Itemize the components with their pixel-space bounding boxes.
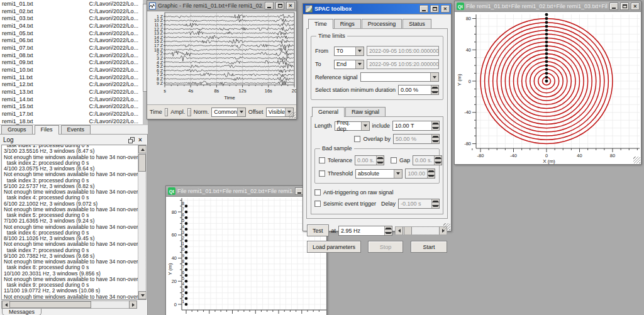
spin-down-icon[interactable] bbox=[432, 126, 439, 130]
spin-up-icon[interactable] bbox=[385, 226, 392, 231]
float-panel-icon[interactable] bbox=[128, 137, 135, 143]
close-button[interactable]: × bbox=[631, 3, 640, 10]
spin-down-icon[interactable] bbox=[432, 139, 439, 143]
resize-grip[interactable] bbox=[443, 223, 450, 230]
time-options-button[interactable] bbox=[165, 108, 169, 116]
tab-groups[interactable]: Groups bbox=[1, 125, 33, 134]
tolerance-spinbox[interactable]: 0.00 s. bbox=[355, 155, 384, 165]
minimize-button[interactable] bbox=[265, 2, 274, 9]
file-row[interactable]: remi1_13.txtC:/Lavori/2022/Lo... bbox=[0, 88, 143, 96]
file-row[interactable]: remi1_18.txtC:/Lavori/2022/Lo... bbox=[0, 118, 143, 125]
time-button[interactable]: Time bbox=[150, 109, 162, 115]
file-row[interactable]: remi1_17.txtC:/Lavori/2022/Lo... bbox=[0, 110, 143, 118]
spin-down-icon[interactable] bbox=[435, 160, 441, 165]
threshold-mode-select[interactable]: absolute bbox=[355, 169, 402, 179]
chevron-down-icon[interactable] bbox=[361, 122, 369, 130]
min-duration-spinbox[interactable]: 0.00 % bbox=[398, 85, 439, 95]
close-button[interactable]: × bbox=[441, 5, 450, 13]
threshold-value-spinbox[interactable]: 100.00 bbox=[405, 169, 435, 179]
overlap-spinbox[interactable]: 50.00 % bbox=[393, 134, 440, 144]
from-select[interactable]: T0 bbox=[334, 47, 364, 56]
load-parameters-button[interactable]: Load parameters bbox=[307, 241, 361, 253]
overlap-checkbox[interactable] bbox=[354, 136, 360, 142]
spin-down-icon[interactable] bbox=[377, 160, 384, 165]
maximize-button[interactable] bbox=[620, 3, 629, 10]
scroll-down-button[interactable] bbox=[138, 291, 147, 299]
slider-thumb[interactable] bbox=[404, 227, 412, 235]
file-list[interactable]: remi1_01.txtC:/Lavori/2022/Lo...remi1_02… bbox=[0, 0, 143, 125]
test-frequency-spinbox[interactable]: 2.95 Hz bbox=[338, 226, 392, 236]
file-row[interactable]: remi1_02.txtC:/Lavori/2022/Lo... bbox=[0, 8, 143, 15]
rings-plot[interactable]: 80400-40-80-80-4004080X (m)Y (m) bbox=[455, 12, 641, 164]
maximize-button[interactable] bbox=[430, 5, 439, 13]
chevron-down-icon[interactable] bbox=[430, 73, 438, 81]
file-row[interactable]: remi1_06.txtC:/Lavori/2022/Lo... bbox=[0, 36, 143, 44]
tab-time[interactable]: Time bbox=[308, 19, 333, 29]
file-row[interactable]: remi1_12.txtC:/Lavori/2022/Lo... bbox=[0, 81, 143, 89]
log-output[interactable]: task index 1: processed during 0 s3/100 … bbox=[1, 145, 147, 300]
gap-checkbox[interactable] bbox=[391, 157, 397, 163]
scroll-right-button[interactable] bbox=[129, 301, 137, 309]
resize-grip[interactable] bbox=[633, 157, 640, 163]
anti-triggering-checkbox[interactable] bbox=[314, 189, 321, 196]
file-row[interactable]: remi1_15.txtC:/Lavori/2022/Lo... bbox=[0, 103, 143, 111]
file-row[interactable]: remi1_11.txtC:/Lavori/2022/Lo... bbox=[0, 74, 143, 81]
scrollbar-thumb[interactable] bbox=[138, 154, 146, 172]
chevron-down-icon[interactable] bbox=[394, 170, 402, 178]
spin-up-icon[interactable] bbox=[377, 156, 384, 160]
seismic-traces-plot[interactable]: 1 Z10 Z11 Z12 Z13 Z14 Z15 Z17 Z18 Z2 Z3 … bbox=[147, 11, 296, 104]
norm-select[interactable]: Common bbox=[211, 108, 246, 117]
tab-processing[interactable]: Processing bbox=[362, 19, 402, 28]
file-row[interactable]: remi1_03.txtC:/Lavori/2022/Lo... bbox=[0, 14, 143, 22]
spin-down-icon[interactable] bbox=[428, 174, 435, 178]
file-row[interactable]: remi1_08.txtC:/Lavori/2022/Lo... bbox=[0, 52, 143, 59]
file-row[interactable]: remi1_14.txtC:/Lavori/2022/Lo... bbox=[0, 96, 143, 103]
maximize-button[interactable] bbox=[275, 2, 284, 9]
spac-titlebar[interactable]: SPAC toolbox × bbox=[303, 4, 451, 14]
close-button[interactable]: × bbox=[286, 2, 295, 9]
chevron-down-icon[interactable] bbox=[355, 47, 364, 55]
file-row[interactable]: remi1_07.txtC:/Lavori/2022/Lo... bbox=[0, 44, 143, 52]
stop-button[interactable]: Stop bbox=[368, 241, 403, 253]
tolerance-checkbox[interactable] bbox=[319, 157, 325, 163]
scroll-up-button[interactable] bbox=[138, 145, 147, 153]
reference-signal-select[interactable] bbox=[360, 72, 439, 82]
start-button[interactable]: Start bbox=[411, 241, 447, 253]
graphic-titlebar[interactable]: Graphic - File remi1_01.txt+File remi1_0… bbox=[147, 1, 296, 11]
chevron-down-icon[interactable] bbox=[355, 60, 364, 69]
tab-raw-signal[interactable]: Raw signal bbox=[345, 107, 386, 116]
spin-up-icon[interactable] bbox=[435, 156, 441, 160]
tab-events[interactable]: Events bbox=[61, 125, 91, 134]
delay-spinbox[interactable]: -0.100 s bbox=[398, 199, 440, 209]
include-spinbox[interactable]: 10.00 T bbox=[392, 121, 440, 131]
test-button[interactable]: Test bbox=[307, 224, 329, 236]
gap-spinbox[interactable]: 0.00 s. bbox=[413, 155, 442, 165]
spin-up-icon[interactable] bbox=[432, 121, 439, 126]
seismic-event-trigger-checkbox[interactable] bbox=[314, 201, 321, 207]
rings-titlebar[interactable]: Qt File remi1_01.txt+File remi1_02.txt+F… bbox=[455, 1, 641, 12]
close-panel-icon[interactable]: × bbox=[138, 137, 145, 143]
tab-files[interactable]: Files bbox=[35, 125, 59, 135]
to-select[interactable]: End bbox=[334, 60, 364, 69]
spin-up-icon[interactable] bbox=[431, 86, 438, 90]
spin-up-icon[interactable] bbox=[432, 135, 439, 139]
file-row[interactable]: remi1_10.txtC:/Lavori/2022/Lo... bbox=[0, 66, 143, 74]
spin-down-icon[interactable] bbox=[385, 231, 392, 235]
tab-messages[interactable]: Messages bbox=[2, 309, 42, 315]
file-row[interactable]: remi1_05.txtC:/Lavori/2022/Lo... bbox=[0, 30, 143, 37]
spin-up-icon[interactable] bbox=[428, 169, 435, 174]
log-horizontal-scrollbar[interactable] bbox=[1, 301, 137, 309]
log-vertical-scrollbar[interactable] bbox=[138, 145, 146, 299]
file-row[interactable]: remi1_09.txtC:/Lavori/2022/Lo... bbox=[0, 59, 143, 67]
length-mode-select[interactable]: Freq. dep. bbox=[335, 121, 370, 131]
spin-down-icon[interactable] bbox=[432, 204, 439, 208]
tab-rings[interactable]: Rings bbox=[334, 19, 361, 28]
tab-status[interactable]: Status bbox=[402, 19, 431, 28]
ampl-button[interactable]: Ampl. bbox=[170, 109, 185, 115]
slider-left-arrow[interactable] bbox=[396, 227, 403, 235]
spin-down-icon[interactable] bbox=[431, 90, 438, 94]
minimize-button[interactable] bbox=[609, 3, 618, 10]
spin-up-icon[interactable] bbox=[432, 199, 439, 204]
scrollbar-thumb[interactable] bbox=[9, 301, 91, 308]
resize-grip[interactable] bbox=[289, 111, 296, 118]
